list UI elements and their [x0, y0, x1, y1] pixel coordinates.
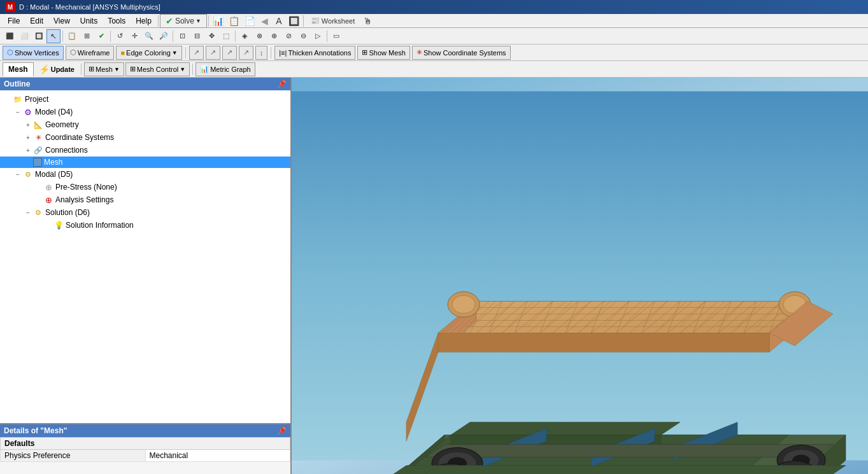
update-btn[interactable]: ⚡ Update — [35, 62, 78, 76]
tree-model[interactable]: − ⚙ Model (D4) — [0, 106, 290, 118]
tree-geometry[interactable]: + 📐 Geometry — [0, 118, 290, 131]
tb2-zoom-in[interactable]: 🔍 — [142, 29, 156, 43]
tree-solution[interactable]: − ⚙ Solution (D6) — [0, 206, 290, 219]
svg-marker-91 — [438, 333, 769, 352]
tb2-cursor[interactable]: ↖ — [46, 29, 60, 43]
tb-icon-4[interactable]: ◀ — [258, 14, 272, 28]
tb2-copy[interactable]: 📋 — [65, 29, 79, 43]
icon-mesh: ▦ — [33, 158, 42, 167]
tree-analysis[interactable]: ⊕ Analysis Settings — [0, 193, 290, 206]
icon-geometry: 📐 — [33, 120, 43, 130]
arrow-5[interactable]: ↕ — [255, 46, 268, 60]
sep — [185, 47, 186, 59]
edge-coloring-dropdown[interactable]: ▼ — [172, 50, 178, 56]
show-coord-label: Show Coordinate Systems — [423, 49, 506, 57]
edge-coloring-btn[interactable]: ■ Edge Coloring ▼ — [116, 46, 181, 60]
tb-icon-5[interactable]: A — [272, 14, 286, 28]
expander-model: − — [13, 109, 23, 116]
mesh-dropdown-btn[interactable]: ⊞ Mesh ▼ — [84, 62, 124, 76]
worksheet-button[interactable]: 📰 Worksheet — [305, 14, 360, 28]
mesh-control-label: Mesh Control — [137, 66, 178, 73]
main-area: Outline 📌 📁 Project − ⚙ Model (D4) + 📐 G… — [0, 78, 868, 474]
outline-tree[interactable]: 📁 Project − ⚙ Model (D4) + 📐 Geometry + … — [0, 90, 290, 423]
tb2-6[interactable]: ⊕ — [267, 29, 281, 43]
outline-pin: 📌 — [277, 80, 287, 88]
wireframe-btn[interactable]: ⬡ Wireframe — [66, 46, 115, 60]
tb2-1[interactable]: ⬛ — [3, 29, 17, 43]
metric-graph-btn[interactable]: 📊 Metric Graph — [196, 62, 255, 76]
icon-solution: ⚙ — [33, 207, 43, 218]
viewport[interactable] — [292, 78, 868, 474]
tree-sol-info[interactable]: 💡 Solution Information — [0, 219, 290, 232]
icon-model: ⚙ — [23, 107, 33, 117]
tb-icon-2[interactable]: 📋 — [226, 14, 242, 28]
menu-file[interactable]: File — [3, 15, 25, 27]
label-project: Project — [25, 95, 48, 104]
expander-modal: − — [13, 171, 23, 178]
tree-coord-systems[interactable]: + ✳ Coordinate Systems — [0, 131, 290, 144]
svg-marker-107 — [419, 466, 846, 475]
worksheet-icon: 📰 — [311, 17, 320, 25]
solve-label: Solve — [175, 17, 194, 25]
left-panel: Outline 📌 📁 Project − ⚙ Model (D4) + 📐 G… — [0, 78, 292, 474]
coord-icon: ✳ — [416, 48, 422, 57]
tb2-zoom-out[interactable]: 🔎 — [157, 29, 171, 43]
sep2 — [271, 47, 271, 59]
tb2-7[interactable]: ⊘ — [281, 29, 295, 43]
arrow-2[interactable]: ↗ — [206, 46, 220, 60]
show-vertices-btn[interactable]: ⬡ Show Vertices — [3, 46, 64, 60]
menu-tools[interactable]: Tools — [103, 15, 131, 27]
mesh-icon: ⊞ — [362, 48, 367, 57]
solve-button[interactable]: ✔ Solve ▼ — [160, 14, 207, 28]
menu-edit[interactable]: Edit — [25, 15, 48, 27]
toolbar-row2: ⬛ ⬜ 🔲 ↖ 📋 ⊞ ✔ ↺ ✛ 🔍 🔎 ⊡ ⊟ ✥ ⬚ ◈ ⊗ ⊕ ⊘ ⊖ … — [0, 28, 868, 45]
tb2-8[interactable]: ⊖ — [296, 29, 310, 43]
mesh-control-btn[interactable]: ⊞ Mesh Control ▼ — [125, 62, 190, 76]
mesh-viewport-svg — [292, 78, 868, 474]
tb-cursor[interactable]: 🖱 — [360, 14, 374, 28]
mesh-grid-icon: ⊞ — [89, 65, 94, 73]
svg-point-99 — [452, 296, 475, 314]
show-coord-btn[interactable]: ✳ Show Coordinate Systems — [412, 46, 511, 60]
tb2-named-sel[interactable]: ◈ — [238, 29, 252, 43]
tb2-2[interactable]: ⬜ — [17, 29, 31, 43]
tb2-grid[interactable]: ⊞ — [80, 29, 94, 43]
icon-prestress: ⊕ — [43, 182, 53, 192]
thicken-btn[interactable]: |≡| Thicken Annotations — [274, 46, 355, 60]
tree-prestress[interactable]: ⊕ Pre-Stress (None) — [0, 181, 290, 193]
tb2-select[interactable]: ⬚ — [219, 29, 233, 43]
tb2-rect[interactable]: ▭ — [329, 29, 343, 43]
tb-icon-3[interactable]: 📄 — [242, 14, 258, 28]
tb2-zoom-box[interactable]: ⊟ — [190, 29, 204, 43]
tb2-check[interactable]: ✔ — [94, 29, 108, 43]
show-mesh-btn[interactable]: ⊞ Show Mesh — [357, 46, 409, 60]
mesh-tab-btn[interactable]: Mesh — [3, 62, 34, 76]
tb2-pan[interactable]: ✥ — [204, 29, 218, 43]
tree-project[interactable]: 📁 Project — [0, 93, 290, 106]
tb2-rotate[interactable]: ↺ — [113, 29, 127, 43]
tb-icon-1[interactable]: 📊 — [210, 14, 226, 28]
tree-connections[interactable]: + 🔗 Connections — [0, 144, 290, 157]
outline-title: Outline — [4, 80, 30, 88]
tb2-move[interactable]: ✛ — [127, 29, 141, 43]
separator — [158, 15, 159, 27]
sep — [62, 31, 63, 42]
tree-modal[interactable]: − ⚙ Modal (D5) — [0, 168, 290, 181]
arrow-1[interactable]: ↗ — [189, 46, 204, 60]
label-mesh: Mesh — [44, 158, 62, 167]
menu-view[interactable]: View — [48, 15, 75, 27]
metric-label: Metric Graph — [210, 66, 251, 73]
tb2-zoom-fit[interactable]: ⊡ — [175, 29, 189, 43]
arrow-3[interactable]: ↗ — [222, 46, 237, 60]
icon-modal: ⚙ — [23, 169, 33, 179]
tree-mesh[interactable]: ▦ Mesh — [0, 157, 290, 168]
menu-units[interactable]: Units — [75, 15, 103, 27]
tb2-9[interactable]: ▷ — [311, 29, 325, 43]
arrow-4[interactable]: ↗ — [239, 46, 253, 60]
solve-icon: ✔ — [166, 16, 173, 26]
tb2-5[interactable]: ⊗ — [252, 29, 266, 43]
tb-icon-6[interactable]: 🔲 — [286, 14, 302, 28]
menu-help[interactable]: Help — [131, 15, 157, 27]
update-label: Update — [51, 66, 75, 73]
tb2-3[interactable]: 🔲 — [32, 29, 46, 43]
